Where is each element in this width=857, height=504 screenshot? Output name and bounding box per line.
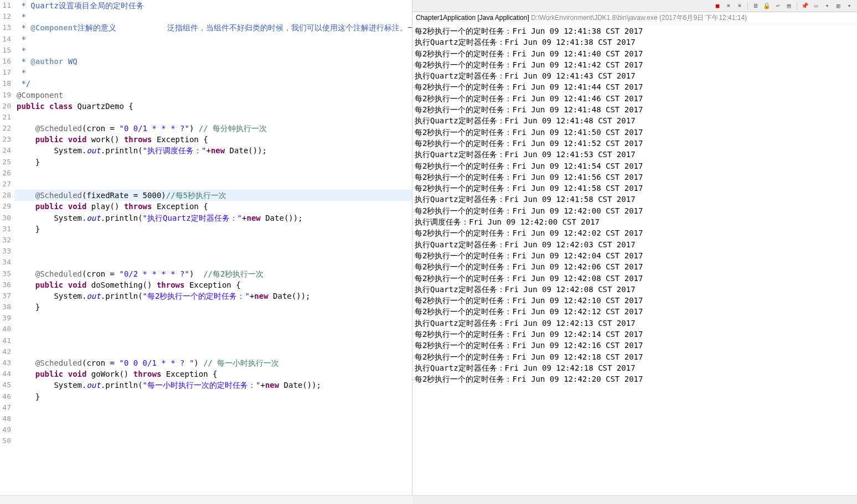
line-number: 19 [0, 90, 11, 101]
code-line[interactable] [14, 313, 412, 324]
new-console-icon[interactable]: ▥ [834, 2, 843, 11]
line-number: 46 [0, 391, 11, 402]
console-line: 每2秒执行一个的定时任务：Fri Jun 09 12:41:52 CST 201… [415, 138, 855, 149]
console-horizontal-scrollbar[interactable] [412, 495, 857, 504]
code-line[interactable] [14, 324, 412, 335]
code-line[interactable] [14, 246, 412, 257]
console-line: 每2秒执行一个的定时任务：Fri Jun 09 12:42:12 CST 201… [415, 306, 855, 317]
line-number: 30 [0, 212, 11, 224]
code-line[interactable]: */ [14, 78, 412, 89]
line-number: 44 [0, 368, 11, 380]
line-number: 28 [0, 190, 11, 201]
code-line[interactable]: System.out.println("执行Quartz定时器任务："+new … [14, 212, 412, 224]
code-line[interactable] [14, 435, 412, 446]
console-line: 每2秒执行一个的定时任务：Fri Jun 09 12:41:38 CST 201… [415, 25, 855, 37]
code-line[interactable]: * @author WQ [14, 56, 412, 67]
toolbar-separator [797, 2, 797, 10]
console-pane: ■✖✖🗎🔒↩▤📌▭▾▥▾ Chapter1Application [Java A… [412, 0, 857, 504]
console-line: 每2秒执行一个的定时任务：Fri Jun 09 12:41:44 CST 201… [415, 81, 855, 92]
line-number: 25 [0, 157, 11, 168]
code-line[interactable]: public void goWork() throws Exception { [14, 368, 412, 380]
line-number-gutter: 1112131415161718192021222324252627282930… [0, 0, 14, 504]
display-selected-icon[interactable]: ▭ [812, 2, 820, 11]
code-line[interactable] [14, 168, 412, 179]
console-line: 每2秒执行一个的定时任务：Fri Jun 09 12:42:08 CST 201… [415, 273, 855, 284]
word-wrap-icon[interactable]: ↩ [773, 2, 782, 11]
console-line: 每2秒执行一个的定时任务：Fri Jun 09 12:42:18 CST 201… [415, 351, 855, 362]
console-line: 执行Quartz定时器任务：Fri Jun 09 12:42:03 CST 20… [415, 239, 855, 250]
line-number: 11 [0, 0, 11, 11]
code-line[interactable]: * [14, 67, 412, 78]
line-number: 17 [0, 67, 11, 78]
code-line[interactable]: System.out.println("每2秒执行一个的定时任务："+new D… [14, 290, 412, 302]
code-line[interactable] [14, 235, 412, 246]
code-line[interactable] [14, 335, 412, 346]
code-line[interactable]: System.out.println("每一小时执行一次的定时任务："+new … [14, 380, 412, 391]
code-line[interactable]: System.out.println("执行调度任务："+new Date())… [14, 145, 412, 156]
console-line: 每2秒执行一个的定时任务：Fri Jun 09 12:42:14 CST 201… [415, 329, 855, 340]
code-line[interactable]: @Scheduled(cron = "0/2 * * * * ?") //每2秒… [14, 268, 412, 279]
dropdown-icon[interactable]: ▾ [823, 2, 832, 11]
show-console-icon[interactable]: ▤ [784, 2, 793, 11]
console-line: 每2秒执行一个的定时任务：Fri Jun 09 12:41:48 CST 201… [415, 104, 855, 115]
code-line[interactable] [14, 424, 412, 435]
scroll-lock-icon[interactable]: 🔒 [762, 2, 771, 11]
code-line[interactable]: public void work() throws Exception { [14, 134, 412, 145]
code-editor[interactable]: * Quartz设置项目全局的定时任务 * * @Component注解的意义 … [14, 0, 412, 504]
code-line[interactable]: } [14, 302, 412, 313]
line-number: 32 [0, 235, 11, 246]
line-number: 23 [0, 134, 11, 145]
code-line[interactable] [14, 179, 412, 190]
remove-launch-icon[interactable]: ✖ [735, 2, 744, 11]
console-line: 执行Quartz定时器任务：Fri Jun 09 12:41:48 CST 20… [415, 115, 855, 126]
code-line[interactable]: * [14, 45, 412, 56]
code-line[interactable]: public void doSomething() throws Excepti… [14, 279, 412, 290]
console-line: 每2秒执行一个的定时任务：Fri Jun 09 12:42:16 CST 201… [415, 340, 855, 351]
code-line[interactable]: * @Component注解的意义 泛指组件，当组件不好归类的时候，我们可以使用… [14, 22, 412, 33]
console-line: 每2秒执行一个的定时任务：Fri Jun 09 12:41:50 CST 201… [415, 127, 855, 138]
console-line: 每2秒执行一个的定时任务：Fri Jun 09 12:41:58 CST 201… [415, 183, 855, 194]
code-line[interactable]: } [14, 157, 412, 168]
line-number: 41 [0, 335, 11, 346]
console-line: 执行Quartz定时器任务：Fri Jun 09 12:41:58 CST 20… [415, 194, 855, 205]
line-number: 24 [0, 145, 11, 156]
line-number: 49 [0, 424, 11, 435]
line-number: 27 [0, 179, 11, 190]
console-line: 每2秒执行一个的定时任务：Fri Jun 09 12:41:40 CST 201… [415, 48, 855, 59]
pin-console-icon[interactable]: 📌 [801, 2, 809, 11]
line-number: 12 [0, 11, 11, 22]
editor-horizontal-scrollbar[interactable] [0, 495, 412, 504]
line-number: 39 [0, 313, 11, 324]
code-line[interactable]: } [14, 224, 412, 235]
line-number: 16 [0, 56, 11, 67]
code-line[interactable]: * [14, 11, 412, 22]
code-line[interactable]: @Scheduled(cron = "0 0 0/1 * * ? ") // 每… [14, 357, 412, 368]
code-line[interactable]: * [14, 34, 412, 45]
line-number: 43 [0, 357, 11, 368]
code-line[interactable] [14, 112, 412, 123]
toolbar-separator [747, 2, 748, 10]
clear-console-icon[interactable]: 🗎 [751, 2, 760, 11]
code-line[interactable] [14, 257, 412, 268]
code-line[interactable]: } [14, 391, 412, 402]
code-line[interactable] [14, 402, 412, 413]
code-line[interactable] [14, 346, 412, 357]
console-app-name: Chapter1Application [Java Application] [416, 14, 529, 22]
line-number: 40 [0, 324, 11, 335]
line-number: 33 [0, 246, 11, 257]
code-line[interactable] [14, 413, 412, 424]
code-line[interactable]: @Scheduled(fixedRate = 5000)//每5秒执行一次 [14, 190, 412, 201]
code-line[interactable]: @Scheduled(cron = "0 0/1 * * * ?") // 每分… [14, 123, 412, 134]
terminate-icon[interactable]: ■ [713, 2, 722, 11]
line-number: 20 [0, 101, 11, 112]
console-output[interactable]: 每2秒执行一个的定时任务：Fri Jun 09 12:41:38 CST 201… [412, 24, 857, 495]
menu-icon[interactable]: ▾ [845, 2, 854, 11]
code-line[interactable]: @Component [14, 90, 412, 101]
line-number: 48 [0, 413, 11, 424]
terminate-all-icon[interactable]: ✖ [724, 2, 733, 11]
code-line[interactable]: public class QuartzDemo { [14, 101, 412, 112]
code-line[interactable]: * Quartz设置项目全局的定时任务 [14, 0, 412, 11]
line-number: 26 [0, 168, 11, 179]
code-line[interactable]: public void play() throws Exception { [14, 201, 412, 212]
line-number: 29 [0, 201, 11, 212]
